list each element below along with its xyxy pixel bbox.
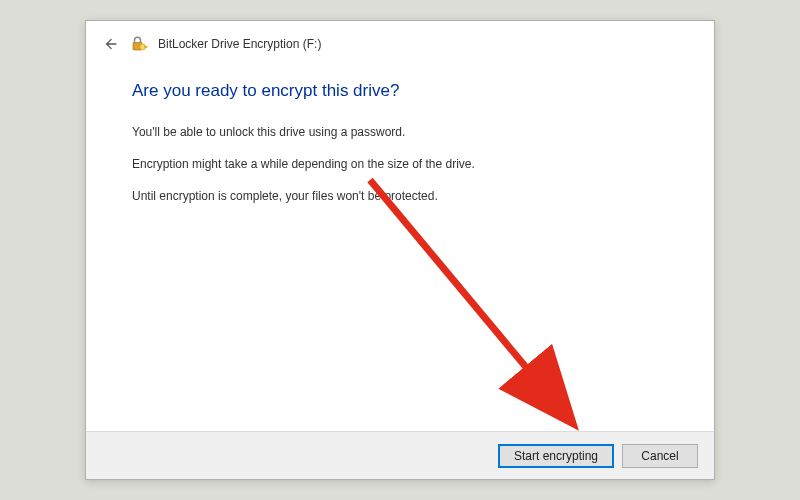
bitlocker-icon (130, 35, 148, 53)
svg-rect-2 (144, 46, 147, 48)
arrow-left-icon (103, 36, 119, 52)
cancel-button[interactable]: Cancel (622, 444, 698, 468)
content-line-3: Until encryption is complete, your files… (132, 187, 668, 205)
dialog-content: Are you ready to encrypt this drive? You… (86, 59, 714, 431)
start-encrypting-button[interactable]: Start encrypting (498, 444, 614, 468)
dialog-title: BitLocker Drive Encryption (F:) (158, 37, 321, 51)
back-button[interactable] (102, 35, 120, 53)
dialog-footer: Start encrypting Cancel (86, 431, 714, 479)
content-line-1: You'll be able to unlock this drive usin… (132, 123, 668, 141)
content-heading: Are you ready to encrypt this drive? (132, 81, 668, 101)
bitlocker-dialog: BitLocker Drive Encryption (F:) Are you … (85, 20, 715, 480)
dialog-header: BitLocker Drive Encryption (F:) (86, 21, 714, 59)
content-line-2: Encryption might take a while depending … (132, 155, 668, 173)
